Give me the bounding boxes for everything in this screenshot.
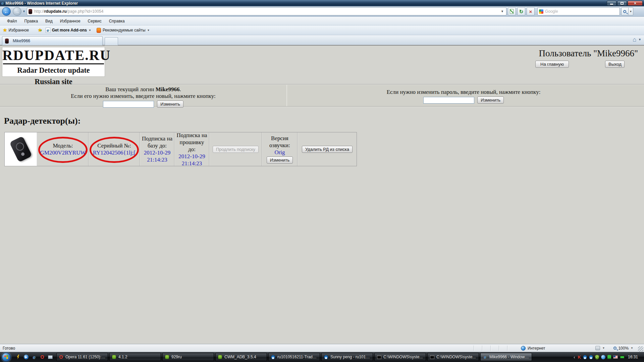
window-title: Mike9966 - Windows Internet Explorer <box>5 1 78 6</box>
login-instruction: Если его нужно изменить, введите новый, … <box>0 93 286 100</box>
address-dropdown-icon[interactable]: ▼ <box>500 10 505 13</box>
suggested-sites-button[interactable]: Рекомендуемые сайты <box>103 28 146 33</box>
minimize-button[interactable] <box>607 1 616 6</box>
taskbar-button-trade[interactable]: ru1010516211-Trade... <box>268 353 320 361</box>
favorites-star-icon: ★ <box>3 27 7 33</box>
home-button[interactable]: ⌂ <box>633 37 636 43</box>
globe-icon[interactable] <box>601 355 605 359</box>
model-cell: Модель: GM200V2RYRUW <box>37 132 89 166</box>
ie-icon[interactable]: e <box>32 354 37 360</box>
stop-button[interactable]: × <box>527 7 535 15</box>
taskbar-clock: 16:31 <box>628 355 638 359</box>
start-button[interactable] <box>2 353 11 362</box>
compatibility-icon <box>510 9 514 14</box>
suggested-sites-icon <box>97 28 101 33</box>
ie-small-icon: e <box>47 28 49 33</box>
status-text: Готово <box>3 346 15 351</box>
logout-button[interactable]: Выход <box>605 61 625 68</box>
search-options-dropdown[interactable]: ▼ <box>629 7 633 15</box>
db-subscription-cell: Подписка на базу до: 2012-10-29 21:14:23 <box>140 132 174 166</box>
logo-title: RDUPDATE.RU <box>2 47 105 63</box>
maximize-button[interactable] <box>617 1 627 6</box>
page-content: RDUPDATE.RU Radar Detector update Russia… <box>0 45 644 344</box>
voice-cell: Версия озвучки: Orig Изменить <box>262 132 298 166</box>
detector-table: Модель: GM200V2RYRUW Серийный №: RY12042… <box>4 132 357 166</box>
home-dropdown-icon[interactable]: ▼ <box>638 38 641 41</box>
status-separator <box>499 346 499 351</box>
get-addons-button[interactable]: Get more Add-ons <box>52 28 87 33</box>
cmd-icon <box>377 355 381 359</box>
keyboard-flag-icon[interactable] <box>613 355 618 359</box>
url-path: /page.php?id=10054 <box>67 9 104 14</box>
addons-doc-icon: e <box>46 27 50 33</box>
model-label: Модель: <box>53 142 73 149</box>
menu-tools[interactable]: Сервис <box>84 18 105 24</box>
taskbar-button-cmd1[interactable]: C:\WINDOWS\syste... <box>374 353 426 361</box>
battery-icon[interactable] <box>620 356 625 359</box>
status-separator <box>507 346 507 351</box>
protected-mode-control[interactable]: ▼ <box>595 346 605 350</box>
shield-check-icon[interactable]: ✓ <box>595 355 599 359</box>
add-favorite-icon[interactable]: ★ <box>38 27 42 33</box>
refresh-button[interactable]: ↻ <box>517 7 525 15</box>
back-button[interactable]: ← <box>2 7 11 16</box>
delete-detector-button[interactable]: Удалить РД из списка <box>302 146 353 153</box>
lightning-icon[interactable] <box>15 354 21 360</box>
tab-favicon-icon <box>5 39 9 44</box>
current-login-suffix: . <box>180 86 181 93</box>
zoom-control[interactable]: 100% ▼ <box>613 346 633 351</box>
tab-label: Mike9966 <box>13 39 30 43</box>
protected-mode-dropdown-icon[interactable]: ▼ <box>602 347 605 350</box>
kaspersky-icon[interactable]: K <box>578 355 581 359</box>
status-bar: Готово Интернет ▼ 100% ▼ <box>0 344 644 352</box>
qq-blue-icon[interactable] <box>583 355 587 359</box>
robot-icon[interactable] <box>607 355 611 359</box>
protected-mode-icon <box>595 346 600 350</box>
go-home-button[interactable]: На главную <box>535 61 569 68</box>
taskbar-button-ie-active[interactable]: eMike9966 - Windows ... <box>480 353 532 361</box>
show-desktop-icon[interactable] <box>48 354 53 360</box>
taskbar-button-cmd2[interactable]: C:\WINDOWS\syste... <box>427 353 479 361</box>
menu-edit[interactable]: Правка <box>21 18 42 24</box>
zoom-dropdown-icon[interactable]: ▼ <box>631 347 633 350</box>
detectors-heading: Радар-детектор(ы): <box>4 116 80 126</box>
tab-mike9966[interactable]: Mike9966 <box>2 36 103 45</box>
user-title: Пользователь "Mike9966" <box>539 48 638 59</box>
search-input[interactable] <box>545 9 618 14</box>
taskbar-button-929ru[interactable]: 929ru <box>162 353 214 361</box>
taskbar-button-opera[interactable]: OOpera 11.61 (1250): ... <box>56 353 108 361</box>
menu-file[interactable]: Файл <box>3 18 21 24</box>
tray-overflow-arrow[interactable]: ‹ <box>574 355 575 360</box>
change-password-button[interactable]: Изменить <box>477 97 504 104</box>
taskbar-button-sunny-peng[interactable]: Sunny peng - ru1010... <box>321 353 373 361</box>
compatibility-view-button[interactable] <box>508 7 516 15</box>
google-logo-icon <box>539 9 543 14</box>
new-password-input[interactable] <box>423 97 474 104</box>
change-voice-button[interactable]: Изменить <box>267 157 293 164</box>
ie-icon: e <box>484 355 486 359</box>
media-player-icon[interactable]: ▶ <box>23 354 29 360</box>
login-section: Ваш текущий логин Mike9966. Если его нуж… <box>0 85 286 106</box>
new-tab-button[interactable] <box>105 37 118 45</box>
addons-dropdown-icon[interactable]: ▼ <box>89 29 91 32</box>
menu-view[interactable]: Вид <box>42 18 56 24</box>
close-button[interactable]: × <box>628 1 643 6</box>
taskbar-button-412[interactable]: 4.1.2 <box>109 353 161 361</box>
forward-button[interactable]: → <box>13 7 21 16</box>
magnifier-icon <box>623 10 626 13</box>
taskbar-button-cwm-adb[interactable]: CWM_ADB_3.5.4 <box>215 353 267 361</box>
opera-icon[interactable]: O <box>40 354 45 360</box>
favorites-button[interactable]: Избранное <box>8 28 29 33</box>
search-box[interactable] <box>537 7 620 15</box>
url-text: http://rdupdate.ru/page.php?id=10054 <box>34 9 103 14</box>
qq-blue-icon[interactable] <box>589 355 593 359</box>
suggested-sites-dropdown-icon[interactable]: ▼ <box>147 29 150 32</box>
search-go-button[interactable] <box>621 7 629 15</box>
new-login-input[interactable] <box>103 101 154 108</box>
address-bar[interactable]: http://rdupdate.ru/page.php?id=10054 ▼ <box>27 7 506 15</box>
change-login-button[interactable]: Изменить <box>157 101 183 108</box>
menu-help[interactable]: Справка <box>105 18 128 24</box>
history-dropdown-icon[interactable]: ▼ <box>22 10 25 13</box>
task-buttons: OOpera 11.61 (1250): ... 4.1.2 929ru CWM… <box>56 353 572 361</box>
menu-favorites[interactable]: Избранное <box>56 18 84 24</box>
